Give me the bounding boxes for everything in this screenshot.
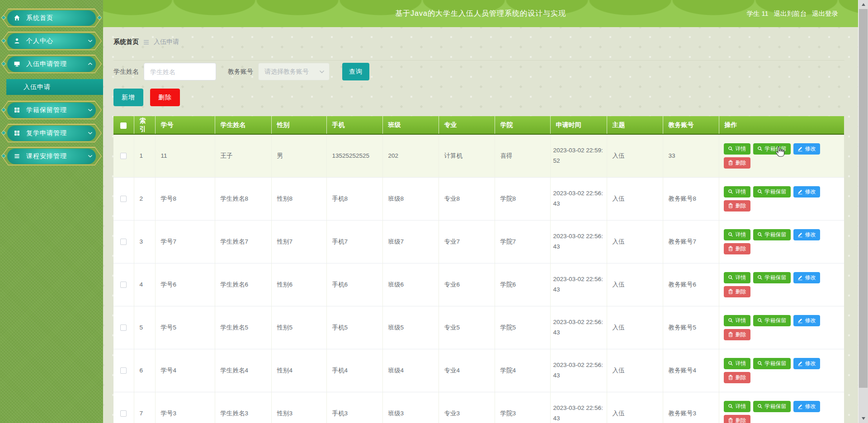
- header-user-area: 学生 11 退出到前台 退出登录: [746, 0, 838, 27]
- edit-row-button[interactable]: 修改: [793, 229, 820, 240]
- table-row: 6学号4学生姓名4性别4手机4班级4专业4学院42023-03-02 22:56…: [113, 349, 844, 392]
- del-row-button[interactable]: 删除: [724, 200, 750, 212]
- button-label: 详情: [736, 231, 746, 239]
- retain-row-button[interactable]: 学籍保留: [753, 401, 791, 412]
- column-header: 手机: [326, 116, 382, 134]
- account-select[interactable]: 请选择教务账号: [258, 63, 330, 80]
- button-label: 学籍保留: [765, 317, 787, 324]
- retain-row-button[interactable]: 学籍保留: [753, 186, 791, 197]
- column-header: 学生姓名: [215, 116, 271, 134]
- cell-account: 教务账号7: [663, 220, 719, 263]
- del-row-button[interactable]: 删除: [724, 286, 750, 297]
- table-body: 111王子男13525252525202计算机喜得2023-03-02 22:5…: [113, 134, 844, 423]
- row-actions: 详情学籍保留修改删除: [724, 143, 840, 169]
- cell-name: 学生姓名4: [215, 349, 271, 392]
- grid-icon: [14, 130, 20, 136]
- del-row-button[interactable]: 删除: [724, 372, 750, 383]
- edit-row-button[interactable]: 修改: [793, 315, 820, 326]
- del-row-button[interactable]: 删除: [724, 415, 750, 423]
- toolbar: 新增 删除: [113, 89, 844, 106]
- button-label: 修改: [805, 231, 816, 239]
- button-label: 详情: [736, 403, 746, 410]
- sidebar-item-2[interactable]: 入伍申请管理: [1, 55, 102, 73]
- scrollbar-thumb[interactable]: [859, 9, 868, 388]
- retain-row-button[interactable]: 学籍保留: [753, 143, 791, 155]
- cell-major: 专业3: [439, 392, 495, 423]
- scroll-down-arrow-icon[interactable]: [859, 414, 868, 423]
- row-checkbox[interactable]: [120, 367, 127, 374]
- row-actions: 详情学籍保留修改删除: [724, 186, 840, 212]
- button-label: 修改: [805, 317, 816, 324]
- cell-college: 喜得: [495, 134, 550, 177]
- add-button[interactable]: 新增: [113, 89, 143, 106]
- row-checkbox[interactable]: [120, 153, 127, 159]
- logout-link[interactable]: 退出登录: [812, 9, 838, 18]
- edit-row-button[interactable]: 修改: [793, 186, 820, 197]
- chevron-down-icon: [88, 155, 93, 158]
- student-name-label: 学生姓名: [113, 68, 139, 76]
- logout-front-link[interactable]: 退出到前台: [774, 9, 807, 18]
- row-checkbox[interactable]: [120, 282, 127, 288]
- sidebar-item-3[interactable]: 学籍保留管理: [1, 101, 102, 119]
- pencil-icon: [797, 146, 803, 151]
- cell-account: 教务账号4: [663, 349, 719, 392]
- row-checkbox[interactable]: [120, 239, 127, 245]
- cell-index: 5: [134, 306, 155, 349]
- vertical-scrollbar[interactable]: [858, 0, 868, 423]
- detail-row-button[interactable]: 详情: [724, 315, 750, 326]
- retain-row-button[interactable]: 学籍保留: [753, 315, 791, 326]
- content-area: 系统首页 入伍申请 学生姓名 教务账号 请选择教务账号 查询: [103, 27, 858, 423]
- detail-row-button[interactable]: 详情: [724, 358, 750, 369]
- edit-row-button[interactable]: 修改: [793, 143, 820, 155]
- row-checkbox[interactable]: [120, 196, 127, 202]
- row-checkbox[interactable]: [120, 410, 127, 417]
- cell-phone: 手机7: [326, 220, 382, 263]
- edit-row-button[interactable]: 修改: [793, 358, 820, 369]
- row-actions: 详情学籍保留修改删除: [724, 272, 840, 297]
- magnifier-icon: [728, 404, 733, 409]
- cell-name: 学生姓名6: [215, 263, 271, 306]
- retain-row-button[interactable]: 学籍保留: [753, 358, 791, 369]
- sidebar-item-4[interactable]: 复学申请管理: [1, 124, 102, 142]
- student-name-input[interactable]: [144, 63, 216, 80]
- sidebar-item-1[interactable]: 个人中心: [1, 32, 102, 50]
- detail-row-button[interactable]: 详情: [724, 272, 750, 283]
- sidebar-subitem-active[interactable]: 入伍申请: [6, 79, 103, 95]
- cell-gender: 性别5: [271, 306, 326, 349]
- button-label: 修改: [805, 274, 816, 282]
- sidebar-item-5[interactable]: 课程安排管理: [1, 147, 102, 165]
- retain-row-button[interactable]: 学籍保留: [753, 229, 791, 240]
- del-row-button[interactable]: 删除: [724, 243, 750, 254]
- button-label: 删除: [736, 159, 746, 167]
- pencil-icon: [797, 404, 803, 409]
- breadcrumb-current: 入伍申请: [154, 38, 179, 46]
- detail-row-button[interactable]: 详情: [724, 143, 750, 155]
- account-select-placeholder: 请选择教务账号: [264, 68, 319, 76]
- detail-row-button[interactable]: 详情: [724, 401, 750, 412]
- sidebar-item-0[interactable]: 系统首页: [1, 9, 102, 27]
- delete-button[interactable]: 删除: [150, 89, 180, 106]
- cell-major: 专业8: [439, 177, 495, 220]
- magnifier-icon: [757, 232, 763, 237]
- select-all-checkbox[interactable]: [120, 122, 127, 129]
- edit-row-button[interactable]: 修改: [793, 272, 820, 283]
- edit-row-button[interactable]: 修改: [793, 401, 820, 412]
- del-row-button[interactable]: 删除: [724, 157, 750, 169]
- query-button[interactable]: 查询: [342, 63, 369, 80]
- cell-phone: 手机3: [326, 392, 382, 423]
- column-header: 专业: [439, 116, 495, 134]
- detail-row-button[interactable]: 详情: [724, 229, 750, 240]
- magnifier-icon: [728, 232, 733, 237]
- row-checkbox[interactable]: [120, 324, 127, 331]
- breadcrumb-root[interactable]: 系统首页: [113, 38, 139, 46]
- retain-row-button[interactable]: 学籍保留: [753, 272, 791, 283]
- detail-row-button[interactable]: 详情: [724, 186, 750, 197]
- cell-topic: 入伍: [607, 263, 663, 306]
- scroll-up-arrow-icon[interactable]: [859, 0, 868, 9]
- del-row-button[interactable]: 删除: [724, 329, 750, 340]
- sidebar-item-label: 个人中心: [26, 37, 88, 45]
- column-header: 主题: [607, 116, 663, 134]
- trash-icon: [728, 332, 733, 337]
- row-actions-cell: 详情学籍保留修改删除: [719, 134, 844, 177]
- cell-topic: 入伍: [607, 220, 663, 263]
